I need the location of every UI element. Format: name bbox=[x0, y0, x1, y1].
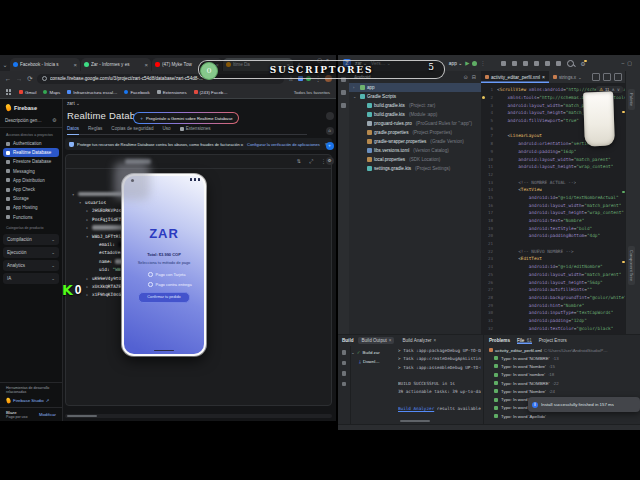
confirm-order-button[interactable]: Confirmar tu pedido bbox=[138, 292, 190, 303]
project-tree-item[interactable]: local.properties (SDK Location) bbox=[349, 155, 481, 164]
gear-icon[interactable]: ⚙ bbox=[52, 118, 57, 123]
radio-icon[interactable] bbox=[148, 272, 153, 277]
firebase-brand[interactable]: Firebase bbox=[0, 99, 62, 115]
tab-close-icon[interactable]: × bbox=[389, 338, 392, 343]
sidebar-category-group[interactable]: Analytics⌄ bbox=[3, 260, 59, 271]
problem-row[interactable]: Typo: In word 'NOMBRE' :22 bbox=[494, 379, 640, 387]
build-tree-root[interactable]: ⌄✓Build zar bbox=[351, 348, 396, 357]
project-tree-item[interactable]: ⌄ Gradle Scripts bbox=[349, 92, 481, 101]
device-manager-icon[interactable] bbox=[523, 61, 528, 66]
sidebar-category-group[interactable]: Ejecución⌄ bbox=[3, 247, 59, 258]
database-tab[interactable]: Reglas bbox=[88, 126, 102, 131]
sidebar-nav-item[interactable]: Authentication bbox=[3, 139, 59, 148]
back-icon[interactable]: ← bbox=[4, 75, 12, 82]
tab-close-icon[interactable]: × bbox=[73, 62, 77, 68]
all-bookmarks-label[interactable]: Todos los favoritos bbox=[294, 90, 330, 95]
collapse-all-icon[interactable]: ⊟ bbox=[472, 74, 476, 80]
project-tree-item[interactable]: build.gradle.kts (Project: zar) bbox=[349, 101, 481, 110]
project-tree-item[interactable]: gradle.properties (Project Properties) bbox=[349, 128, 481, 137]
expand-rows-icon[interactable]: ⇅ bbox=[297, 158, 301, 165]
ai-assistant-icon[interactable] bbox=[545, 61, 550, 66]
inspection-widget[interactable]: ⚠ 11 ∧∨ bbox=[596, 86, 623, 93]
horizontal-scrollbar[interactable] bbox=[65, 414, 332, 418]
apps-grid-icon[interactable] bbox=[6, 89, 12, 95]
problem-row[interactable]: Typo: In word 'nombre' :18 bbox=[494, 371, 640, 379]
site-info-icon[interactable] bbox=[42, 76, 47, 81]
console-scrollbar[interactable] bbox=[400, 420, 430, 422]
settings-gear-icon[interactable]: ⚙ bbox=[326, 157, 334, 165]
project-tree-item[interactable]: build.gradle.kts (Module :app) bbox=[349, 110, 481, 119]
editor-tab-active[interactable]: activity_editar_perfil.xml × bbox=[481, 71, 549, 83]
search-icon[interactable] bbox=[567, 60, 574, 67]
commit-tool-icon[interactable] bbox=[341, 90, 346, 95]
more-actions-icon[interactable]: ⋮ bbox=[480, 61, 485, 66]
fullscreen-icon[interactable]: ⤢ bbox=[309, 158, 313, 165]
component-tree-vertical-tab[interactable]: Component Tree bbox=[628, 246, 635, 285]
project-selector[interactable]: zart ⌄ bbox=[67, 101, 80, 106]
sidebar-category-group[interactable]: IA⌄ bbox=[3, 273, 59, 284]
settings-icon[interactable] bbox=[342, 382, 347, 387]
run-config-selector[interactable]: app ⌄ bbox=[449, 61, 462, 66]
bookmark-item[interactable]: Maps bbox=[43, 90, 60, 95]
reload-icon[interactable]: ⟳ bbox=[26, 75, 34, 83]
project-tree-item[interactable]: settings.gradle.kts (Project Settings) bbox=[349, 164, 481, 173]
bookmark-item[interactable]: Infraestructura escal… bbox=[67, 90, 117, 95]
project-tree-item[interactable]: gradle-wrapper.properties (Gradle Versio… bbox=[349, 137, 481, 146]
scroll-ok-mark[interactable] bbox=[622, 191, 625, 193]
notifications-icon[interactable] bbox=[556, 61, 561, 66]
database-tab[interactable]: Extensiones bbox=[180, 126, 211, 131]
sidebar-nav-item[interactable]: Functions bbox=[3, 213, 59, 222]
sidebar-category-group[interactable]: Compilación⌄ bbox=[3, 234, 59, 245]
sidebar-nav-item[interactable]: App Check bbox=[3, 185, 59, 194]
install-toast[interactable]: i Install successfully finished in 157 m… bbox=[528, 397, 640, 412]
project-errors-tab[interactable]: Project Errors bbox=[539, 338, 567, 343]
studio-window-controls[interactable]: –▢ bbox=[621, 60, 635, 66]
browser-tab[interactable]: Zar - Informes y es × bbox=[81, 58, 151, 71]
project-tree-item[interactable]: libs.versions.toml (Version Catalog) bbox=[349, 146, 481, 155]
bookmark-item[interactable]: Gmail bbox=[19, 90, 36, 95]
tab-search-chevron-icon[interactable]: ⌄ bbox=[0, 59, 10, 71]
browser-tab[interactable]: Facebook - Inicia s × bbox=[10, 58, 80, 71]
build-tree-child[interactable]: ⤓Downl… bbox=[351, 357, 396, 366]
problem-row[interactable]: Typo: In word 'Nombre' :15 bbox=[494, 362, 640, 370]
plan-modify-link[interactable]: Modificar bbox=[39, 412, 56, 417]
banner-link[interactable]: Configurar la verificación de aplicacion… bbox=[247, 142, 320, 147]
problems-file-row[interactable]: activity_editar_perfil.xml C:\Users\User… bbox=[484, 346, 640, 354]
structure-tool-icon[interactable] bbox=[341, 103, 346, 108]
sidebar-nav-item[interactable]: App Distribution bbox=[3, 176, 59, 185]
sidebar-nav-item[interactable]: App Hosting bbox=[3, 203, 59, 212]
problem-row[interactable]: Typo: In word 'Apellido' bbox=[494, 412, 640, 420]
gemini-button[interactable]: ＋ Pregúntale a Gemini sobre Realtime Dat… bbox=[133, 112, 239, 124]
problem-row[interactable]: Typo: In word 'NOMBRE' :13 bbox=[494, 354, 640, 362]
add-icon[interactable]: ＋ bbox=[326, 142, 334, 150]
scroll-warning-mark[interactable] bbox=[622, 111, 625, 113]
firebase-studio-link[interactable]: Firebase Studio ↗ bbox=[6, 397, 56, 404]
database-tab[interactable]: Copias de seguridad bbox=[111, 126, 153, 131]
database-tab[interactable]: Uso bbox=[162, 126, 170, 131]
design-view-icon[interactable] bbox=[614, 73, 622, 81]
editor-tab[interactable]: strings.x ⌄ bbox=[549, 71, 586, 83]
avatar-icon[interactable] bbox=[326, 112, 334, 120]
filter-icon[interactable] bbox=[342, 371, 347, 376]
sidebar-nav-item[interactable]: Messaging bbox=[3, 167, 59, 176]
build-analyzer-tab[interactable]: Build Analyzer× bbox=[399, 337, 439, 344]
bookmark-item[interactable]: Facebook bbox=[124, 90, 149, 95]
bookmark-item[interactable]: (243) Faceb… bbox=[194, 90, 228, 95]
profiler-icon[interactable] bbox=[534, 61, 539, 66]
build-hammer-icon[interactable] bbox=[512, 61, 517, 66]
tree-expander-icon[interactable]: ⌄ bbox=[353, 94, 358, 99]
problem-row[interactable]: Typo: In word 'Nombre' :24 bbox=[494, 387, 640, 395]
sync-gradle-icon[interactable] bbox=[501, 61, 506, 66]
payment-option-card[interactable]: Pago con Tarjeta bbox=[148, 272, 185, 277]
file-tab[interactable]: File 61 bbox=[517, 338, 532, 344]
tab-close-icon[interactable]: × bbox=[434, 338, 437, 343]
forward-icon[interactable]: → bbox=[15, 75, 23, 82]
chevron-down-icon[interactable]: ⌄ bbox=[578, 75, 582, 80]
split-view-icon[interactable] bbox=[603, 73, 611, 81]
sidebar-nav-item[interactable]: Realtime Database bbox=[3, 148, 59, 157]
tab-close-icon[interactable]: × bbox=[144, 62, 148, 68]
bookmark-item[interactable]: Extensiones bbox=[157, 90, 187, 95]
sidebar-nav-item[interactable]: Storage bbox=[3, 194, 59, 203]
project-tree-item[interactable]: › app bbox=[349, 83, 481, 92]
palette-vertical-tab[interactable]: Palette bbox=[628, 89, 635, 110]
